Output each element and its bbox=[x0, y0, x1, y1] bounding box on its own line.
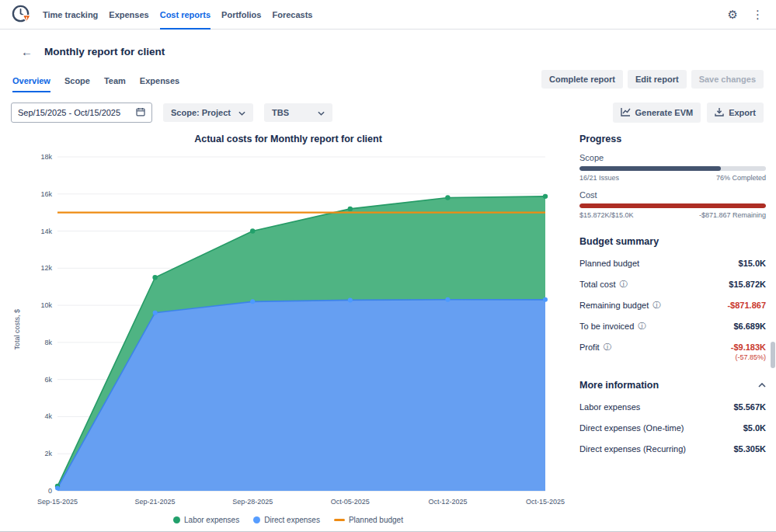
tab-overview[interactable]: Overview bbox=[12, 76, 50, 92]
chevron-down-icon bbox=[238, 108, 245, 117]
budget-row-total-cost: Total cost ⓘ $15.872K bbox=[579, 280, 766, 289]
more-information-title: More information bbox=[579, 380, 659, 391]
svg-text:Sep-28-2025: Sep-28-2025 bbox=[232, 498, 273, 506]
legend-dot-marker bbox=[253, 516, 260, 523]
nav-item-portfolios[interactable]: Portfolios bbox=[221, 0, 261, 30]
more-info-label: Direct expenses (One-time) bbox=[579, 423, 684, 433]
top-nav-bar: Time tracking Expenses Cost reports Port… bbox=[0, 0, 776, 30]
budget-row-value: -$9.183K bbox=[731, 342, 766, 352]
nav-item-expenses[interactable]: Expenses bbox=[109, 0, 148, 30]
scope-issues-count: 16/21 Issues bbox=[579, 174, 619, 182]
tab-scope[interactable]: Scope bbox=[64, 76, 90, 92]
cost-progress-bar bbox=[579, 203, 766, 208]
budget-row-value: $6.689K bbox=[733, 322, 766, 331]
budget-row-label: Profit bbox=[579, 342, 600, 352]
topbar-actions: ⚙ ⋮ bbox=[728, 9, 764, 20]
svg-text:8k: 8k bbox=[44, 339, 52, 346]
progress-title: Progress bbox=[579, 134, 766, 144]
legend-item-planned-budget[interactable]: Planned budget bbox=[334, 516, 403, 524]
report-actions: Complete report Edit report Save changes bbox=[541, 70, 764, 92]
profit-percent: (-57.85%) bbox=[579, 353, 766, 361]
svg-text:10k: 10k bbox=[40, 301, 52, 309]
legend-item-labor-expenses[interactable]: Labor expenses bbox=[173, 516, 239, 524]
budget-row-value: -$871.867 bbox=[727, 301, 766, 310]
scope-progress-bar bbox=[579, 166, 766, 171]
svg-text:6k: 6k bbox=[44, 376, 52, 384]
svg-text:18k: 18k bbox=[40, 153, 52, 161]
app-logo-icon[interactable] bbox=[11, 4, 32, 25]
more-info-label: Direct expenses (Recurring) bbox=[579, 444, 686, 454]
date-range-value: Sep/15/2025 - Oct/15/2025 bbox=[18, 108, 120, 117]
cost-progress-fill bbox=[579, 203, 766, 208]
edit-report-button[interactable]: Edit report bbox=[628, 70, 687, 89]
budget-row-value: $15.0K bbox=[739, 259, 766, 268]
scope-progress-fill bbox=[579, 166, 721, 171]
back-arrow-icon[interactable]: ← bbox=[21, 46, 33, 57]
legend-line-marker bbox=[334, 519, 345, 521]
generate-evm-label: Generate EVM bbox=[635, 108, 694, 117]
actual-costs-chart: 02k4k6k8k10k12k14k16k18kSep-15-2025Sep-2… bbox=[23, 148, 564, 511]
y-axis-label: Total costs, $ bbox=[13, 309, 21, 350]
svg-text:Oct-15-2025: Oct-15-2025 bbox=[526, 498, 565, 506]
scope-select[interactable]: Scope: Project bbox=[163, 103, 253, 122]
legend-dot-marker bbox=[173, 516, 180, 523]
cost-chart-card: Actual costs for Monthly report for clie… bbox=[11, 132, 565, 524]
more-info-row-labor: Labor expenses $5.567K bbox=[579, 402, 766, 412]
cost-spent-value: $15.872K/$15.0K bbox=[579, 211, 634, 219]
budget-row-remaining: Remaining budget ⓘ -$871.867 bbox=[579, 301, 766, 310]
budget-row-label: Remaining budget bbox=[579, 301, 649, 310]
budget-row-label: To be invoiced bbox=[579, 322, 634, 331]
settings-gear-icon[interactable]: ⚙ bbox=[728, 9, 738, 20]
page-title: Monthly report for client bbox=[44, 46, 165, 57]
more-info-value: $5.305K bbox=[733, 444, 766, 454]
download-icon bbox=[715, 107, 724, 118]
svg-text:Oct-05-2025: Oct-05-2025 bbox=[331, 498, 370, 506]
legend-item-direct-expenses[interactable]: Direct expenses bbox=[253, 516, 320, 524]
date-range-input[interactable]: Sep/15/2025 - Oct/15/2025 bbox=[11, 103, 152, 123]
more-info-value: $5.0K bbox=[743, 423, 766, 433]
filter-row: Sep/15/2025 - Oct/15/2025 Scope: Project… bbox=[0, 92, 776, 123]
budget-row-planned: Planned budget $15.0K bbox=[579, 259, 766, 268]
vertical-scrollbar-thumb[interactable] bbox=[771, 342, 775, 368]
tab-expenses[interactable]: Expenses bbox=[140, 76, 179, 92]
tabs-row: Overview Scope Team Expenses Complete re… bbox=[0, 57, 776, 92]
budget-summary-title: Budget summary bbox=[579, 236, 766, 247]
report-tabs: Overview Scope Team Expenses bbox=[12, 76, 179, 92]
save-changes-button[interactable]: Save changes bbox=[691, 70, 764, 89]
scope-completed-percent: 76% Completed bbox=[716, 174, 766, 182]
budget-row-value: $15.872K bbox=[729, 280, 766, 289]
svg-text:Sep-15-2025: Sep-15-2025 bbox=[37, 498, 78, 506]
budget-row-invoiced: To be invoiced ⓘ $6.689K bbox=[579, 322, 766, 331]
chart-actions: Generate EVM Export bbox=[613, 103, 764, 123]
svg-text:4k: 4k bbox=[44, 412, 52, 420]
info-icon[interactable]: ⓘ bbox=[619, 280, 627, 288]
budget-row-label: Total cost bbox=[579, 280, 615, 289]
scope-select-value: Scope: Project bbox=[171, 108, 231, 117]
tab-team[interactable]: Team bbox=[104, 76, 126, 92]
svg-text:Oct-12-2025: Oct-12-2025 bbox=[428, 498, 467, 506]
legend-label: Direct expenses bbox=[264, 516, 320, 524]
more-info-label: Labor expenses bbox=[579, 402, 640, 412]
summary-panel: Progress Scope 16/21 Issues 76% Complete… bbox=[579, 132, 766, 524]
nav-item-forecasts[interactable]: Forecasts bbox=[272, 0, 312, 30]
svg-text:2k: 2k bbox=[44, 450, 52, 457]
nav-item-cost-reports[interactable]: Cost reports bbox=[160, 0, 211, 30]
chart-legend: Labor expensesDirect expensesPlanned bud… bbox=[11, 516, 565, 524]
chart-title: Actual costs for Monthly report for clie… bbox=[11, 134, 565, 144]
generate-evm-button[interactable]: Generate EVM bbox=[613, 103, 701, 123]
collapse-chevron-up-icon[interactable] bbox=[758, 383, 766, 388]
export-label: Export bbox=[729, 108, 756, 117]
complete-report-button[interactable]: Complete report bbox=[541, 70, 623, 89]
kebab-menu-icon[interactable]: ⋮ bbox=[752, 9, 764, 20]
main-content: Actual costs for Monthly report for clie… bbox=[0, 123, 776, 524]
svg-text:12k: 12k bbox=[40, 264, 52, 272]
svg-text:0: 0 bbox=[48, 487, 52, 495]
board-select[interactable]: TBS bbox=[264, 103, 332, 122]
budget-row-profit: Profit ⓘ -$9.183K bbox=[579, 342, 766, 352]
nav-item-time-tracking[interactable]: Time tracking bbox=[43, 0, 98, 30]
info-icon[interactable]: ⓘ bbox=[604, 343, 611, 351]
legend-label: Labor expenses bbox=[184, 516, 239, 524]
info-icon[interactable]: ⓘ bbox=[652, 301, 660, 309]
info-icon[interactable]: ⓘ bbox=[638, 322, 646, 330]
export-button[interactable]: Export bbox=[707, 103, 764, 123]
